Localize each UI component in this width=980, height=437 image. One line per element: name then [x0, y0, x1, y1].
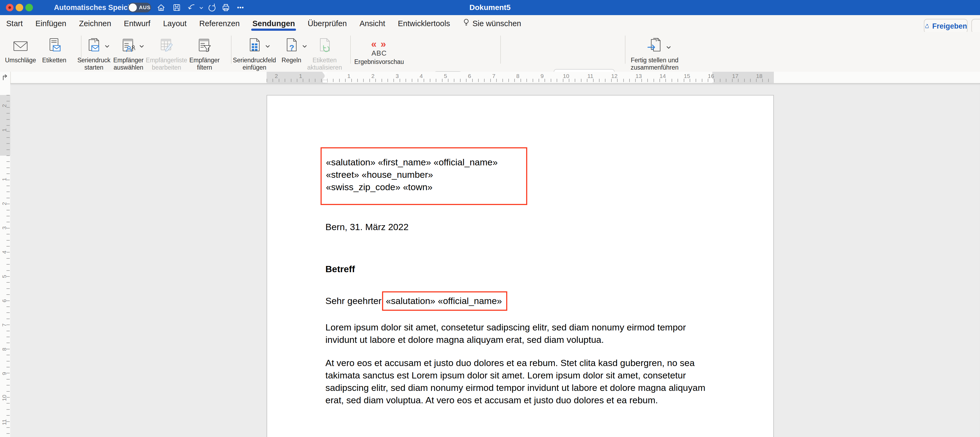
ruler-number: 7: [488, 73, 499, 79]
close-button[interactable]: [6, 4, 13, 11]
tab-ansicht[interactable]: Ansicht: [360, 15, 385, 32]
ruler-number: 3: [1, 222, 8, 234]
save-icon[interactable]: [170, 2, 183, 13]
active-tab-underline: [251, 29, 296, 31]
ruler-number: 2: [1, 100, 8, 111]
body-paragraph-1[interactable]: Lorem ipsum dolor sit amet, consetetur s…: [325, 321, 719, 346]
ribbon-tabs: Start Einfügen Zeichnen Entwurf Layout R…: [6, 15, 521, 32]
redo-icon[interactable]: [206, 2, 218, 13]
dropdown-chevron-icon[interactable]: [265, 44, 270, 49]
print-icon[interactable]: [220, 2, 232, 13]
lightbulb-icon: [463, 18, 470, 29]
finish-and-merge-button[interactable]: Fertig stellen und zusammenführen: [619, 35, 690, 71]
rules-button[interactable]: ? Regeln: [278, 35, 304, 64]
tab-stop-selector[interactable]: [0, 72, 11, 83]
tab-stop-selector-icon: [2, 74, 9, 81]
ruler-number: 17: [730, 73, 741, 79]
ruler-number: 10: [561, 73, 571, 79]
dropdown-chevron-icon[interactable]: [666, 45, 671, 50]
labels-button[interactable]: Etiketten: [40, 35, 69, 64]
ruler-number: 1: [1, 125, 8, 135]
update-labels-icon: [316, 37, 333, 55]
undo-icon[interactable]: [186, 2, 198, 13]
select-recipients-button[interactable]: Empfänger auswählen: [111, 35, 146, 71]
labels-icon: [46, 37, 63, 55]
ruler-number: 3: [392, 73, 402, 79]
salutation-line[interactable]: Sehr geehrter «salutation» «official_nam…: [325, 291, 507, 311]
update-labels-button: Etiketten aktualisieren: [304, 35, 345, 71]
ruler-number: 8: [1, 344, 8, 355]
share-button[interactable]: Freigeben: [924, 19, 967, 33]
insert-merge-field-button[interactable]: Seriendruckfeld einfügen: [232, 35, 277, 71]
ruler-number: 4: [1, 247, 8, 257]
ribbon-tab-row: Start Einfügen Zeichnen Entwurf Layout R…: [0, 15, 980, 32]
ribbon: Umschläge Etiketten Seriendruck starten: [0, 32, 980, 72]
rules-icon: ?: [283, 37, 300, 55]
ruler-number: 1: [1, 174, 8, 185]
ruler-number: 11: [585, 73, 596, 79]
ruler-number: 7: [1, 319, 8, 331]
ruler-number: 13: [633, 73, 644, 79]
tab-einfuegen[interactable]: Einfügen: [35, 15, 66, 32]
edit-recipient-list-button: Empfängerliste bearbeiten: [147, 35, 186, 71]
filter-recipients-button[interactable]: Empfänger filtern: [187, 35, 222, 71]
left-indent-marker[interactable]: [323, 80, 327, 83]
comments-button-partial[interactable]: [971, 19, 980, 33]
document-page[interactable]: «salutation» «first_name» «official_name…: [267, 95, 774, 437]
ruler-number: 12: [609, 73, 620, 79]
preview-results-button[interactable]: « »ABC Ergebnisvorschau: [353, 37, 405, 65]
ruler-ticks: [6, 95, 10, 437]
ruler-number: 15: [682, 73, 692, 79]
tab-layout[interactable]: Layout: [163, 15, 186, 32]
group-separator: [350, 36, 351, 64]
group-separator: [500, 36, 501, 64]
share-icon: [924, 22, 929, 30]
vertical-ruler[interactable]: 2 1 1 2 3 4 5 6 7 8 9 10 11: [0, 83, 11, 437]
home-icon[interactable]: [155, 2, 167, 13]
ruler-number: 9: [537, 73, 547, 79]
undo-chevron-icon[interactable]: [199, 6, 204, 10]
document-canvas[interactable]: «salutation» «first_name» «official_name…: [10, 83, 980, 437]
date-line[interactable]: Bern, 31. März 2022: [325, 221, 409, 233]
tab-sendungen[interactable]: Sendungen: [252, 15, 295, 32]
ruler-number: 2: [368, 73, 378, 79]
subject-line[interactable]: Betreff: [325, 263, 355, 275]
minimize-button[interactable]: [16, 4, 23, 11]
insert-merge-field-icon: [246, 37, 263, 55]
body-paragraph-2[interactable]: At vero eos et accusam et justo duo dolo…: [325, 357, 722, 406]
autosave-toggle[interactable]: AUS: [128, 3, 151, 13]
results-preview-icon: « »ABC: [371, 40, 387, 57]
ruler-number: 6: [1, 296, 8, 306]
ruler-number: 10: [1, 393, 8, 403]
tab-ueberpruefen[interactable]: Überprüfen: [308, 15, 347, 32]
more-icon[interactable]: [234, 2, 247, 13]
title-bar: Dokument5 Automatisches Speichern AUS: [0, 0, 980, 15]
salutation-merge-field-box[interactable]: «salutation» «official_name»: [382, 291, 507, 311]
ruler-number: 2: [1, 198, 8, 209]
ruler-number: 2: [271, 73, 282, 79]
ruler-number: 14: [657, 73, 668, 79]
dropdown-chevron-icon[interactable]: [139, 44, 144, 49]
envelopes-button[interactable]: Umschläge: [2, 35, 39, 64]
address-merge-fields[interactable]: «salutation» «first_name» «official_name…: [326, 156, 498, 193]
tab-entwurf[interactable]: Entwurf: [124, 15, 150, 32]
ruler-number: 4: [416, 73, 426, 79]
horizontal-ruler[interactable]: 2 1 1 2 3 4 5 6 7 8 9 10 11 12 13 14 15 …: [0, 72, 980, 84]
dropdown-chevron-icon[interactable]: [105, 44, 110, 49]
autosave-state: AUS: [139, 5, 151, 11]
select-recipients-icon: [120, 37, 137, 55]
zoom-button[interactable]: [25, 4, 33, 11]
start-mail-merge-button[interactable]: Seriendruck starten: [76, 35, 112, 71]
toggle-knob-icon: [129, 3, 137, 11]
tab-entwicklertools[interactable]: Entwicklertools: [398, 15, 450, 32]
tab-sie-wuenschen[interactable]: Sie wünschen: [463, 15, 521, 32]
ruler-number: 5: [440, 73, 451, 79]
ruler-number: 11: [1, 417, 8, 427]
address-merge-field-box: «salutation» «first_name» «official_name…: [321, 147, 527, 205]
ruler-number: 5: [1, 271, 8, 282]
edit-recipient-list-icon: [158, 37, 175, 55]
filter-recipients-icon: [196, 37, 213, 55]
tab-referenzen[interactable]: Referenzen: [199, 15, 240, 32]
tab-zeichnen[interactable]: Zeichnen: [79, 15, 111, 32]
tab-start[interactable]: Start: [6, 15, 23, 32]
